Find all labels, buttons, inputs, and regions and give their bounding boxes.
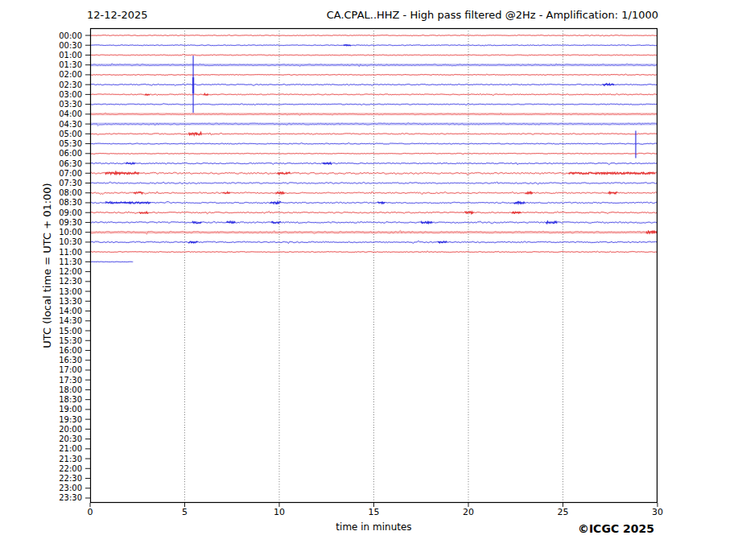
- y-tick-label: 01:00: [23, 51, 82, 60]
- y-tick-label: 18:30: [23, 395, 82, 404]
- y-tick-label: 08:30: [23, 198, 82, 207]
- y-tick-label: 14:30: [23, 316, 82, 325]
- y-tick-label: 04:00: [23, 109, 82, 118]
- y-tick-label: 07:30: [23, 179, 82, 187]
- y-tick-label: 04:30: [23, 120, 82, 129]
- y-tick-label: 08:00: [23, 188, 82, 197]
- y-tick-label: 19:30: [23, 415, 82, 424]
- y-tick-label: 23:00: [23, 484, 82, 492]
- y-tick-label: 23:30: [23, 493, 82, 502]
- y-tick-label: 15:30: [23, 336, 82, 345]
- x-tick-label: 25: [546, 508, 581, 517]
- x-tick-label: 0: [72, 508, 108, 517]
- y-tick-label: 09:30: [23, 218, 82, 227]
- y-tick-label: 01:30: [23, 60, 82, 69]
- y-tick-label: 20:30: [23, 434, 82, 443]
- y-tick-label: 07:00: [23, 169, 82, 178]
- x-tick-label: 20: [451, 508, 486, 517]
- y-tick-label: 05:00: [23, 130, 82, 138]
- y-tick-label: 20:00: [23, 425, 82, 434]
- event-burst-08:00: [275, 191, 284, 194]
- x-tick-label: 30: [640, 508, 675, 517]
- y-tick-label: 16:30: [23, 356, 82, 364]
- x-tick-label: 5: [167, 508, 203, 517]
- y-tick-label: 09:00: [23, 208, 82, 217]
- y-tick-label: 03:00: [23, 90, 82, 99]
- y-tick-label: 16:00: [23, 346, 82, 355]
- event-burst-00:30: [344, 45, 351, 46]
- y-tick-label: 12:00: [23, 267, 82, 276]
- y-tick-label: 11:00: [23, 248, 82, 257]
- event-burst-08:00: [608, 192, 617, 194]
- y-tick-label: 22:00: [23, 464, 82, 473]
- y-tick-label: 19:00: [23, 405, 82, 414]
- y-tick-label: 13:00: [23, 287, 82, 296]
- y-tick-label: 13:30: [23, 297, 82, 306]
- y-tick-label: 03:30: [23, 100, 82, 109]
- y-tick-label: 18:00: [23, 385, 82, 394]
- y-tick-label: 17:00: [23, 365, 82, 374]
- y-tick-label: 06:00: [23, 149, 82, 158]
- y-tick-label: 12:30: [23, 277, 82, 286]
- y-tick-label: 21:00: [23, 444, 82, 453]
- helicorder-plot: [90, 28, 657, 503]
- y-tick-label: 22:30: [23, 474, 82, 483]
- x-tick-label: 10: [262, 508, 297, 517]
- x-tick-label: 15: [357, 508, 392, 517]
- y-tick-label: 14:00: [23, 307, 82, 315]
- plot-title: CA.CPAL..HHZ - High pass filtered @2Hz -…: [90, 9, 658, 21]
- y-tick-label: 21:30: [23, 455, 82, 463]
- event-burst-07:00: [105, 172, 139, 175]
- y-tick-label: 17:30: [23, 376, 82, 385]
- y-tick-label: 11:30: [23, 257, 82, 266]
- y-tick-label: 15:00: [23, 327, 82, 336]
- y-tick-label: 06:30: [23, 159, 82, 168]
- y-tick-label: 10:30: [23, 237, 82, 246]
- copyright-credit: ©ICGC 2025: [90, 522, 654, 535]
- y-tick-label: 05:30: [23, 139, 82, 148]
- helicorder-canvas: [90, 28, 657, 503]
- y-tick-label: 00:30: [23, 41, 82, 50]
- helicorder-page: { "header": { "date": "12-12-2025", "tit…: [0, 0, 746, 560]
- y-tick-label: 02:30: [23, 80, 82, 89]
- y-tick-label: 10:00: [23, 228, 82, 237]
- y-tick-label: 02:00: [23, 70, 82, 79]
- y-tick-label: 00:00: [23, 31, 82, 40]
